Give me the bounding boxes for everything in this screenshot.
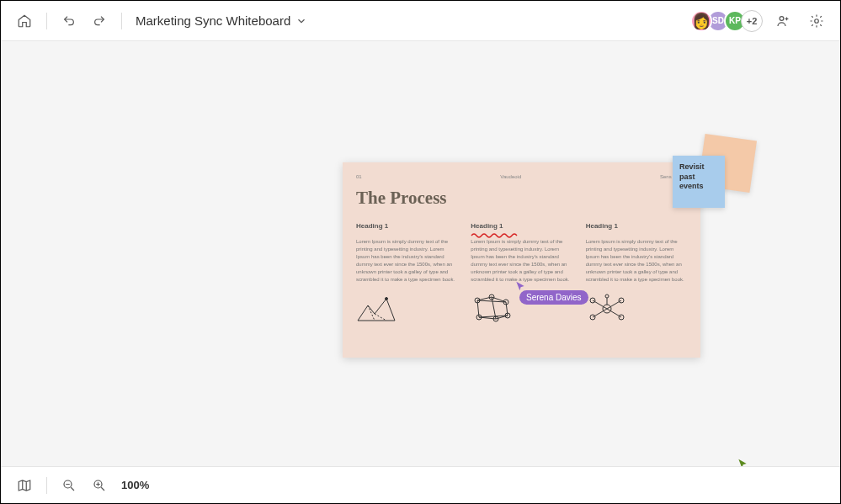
column-body: Lorem Ipsum is simply dummy text of the … — [356, 238, 457, 284]
settings-button[interactable] — [803, 8, 830, 34]
slide-header: 01 Vaudeoid Sens Andus — [356, 174, 687, 179]
chevron-down-icon — [295, 15, 307, 27]
minimap-button[interactable] — [11, 472, 38, 499]
column-heading: Heading 1 — [586, 222, 687, 230]
home-icon — [17, 13, 32, 29]
top-left-controls: Marketing Sync Whiteboard — [11, 8, 307, 34]
whiteboard-title-dropdown[interactable]: Marketing Sync Whiteboard — [130, 13, 307, 28]
slide-column-1: Heading 1 Lorem Ipsum is simply dummy te… — [356, 222, 457, 326]
slide-title: The Process — [356, 188, 687, 209]
gear-icon — [809, 13, 824, 29]
presence-avatars[interactable]: SD KP +2 — [695, 10, 763, 32]
column-body: Lorem Ipsum is simply dummy text of the … — [586, 238, 687, 284]
svg-point-11 — [590, 298, 595, 303]
canvas[interactable]: 01 Vaudeoid Sens Andus The Process Headi… — [1, 41, 840, 466]
slide-column-3: Heading 1 Lorem Ipsum is simply dummy te… — [586, 222, 687, 326]
column-diagram — [356, 292, 457, 326]
person-plus-icon — [775, 13, 790, 29]
svg-point-1 — [815, 19, 819, 23]
zoom-in-icon — [92, 478, 107, 493]
slide-column-2: Heading 1 Lorem Ipsum is simply dummy te… — [471, 222, 572, 326]
column-diagram — [586, 292, 687, 326]
share-button[interactable] — [769, 8, 796, 34]
svg-point-0 — [780, 16, 784, 20]
slide-page-num: 01 — [356, 174, 362, 179]
svg-point-3 — [386, 298, 388, 300]
divider — [46, 13, 47, 29]
slide-brand: Vaudeoid — [500, 174, 521, 179]
top-bar: Marketing Sync Whiteboard SD KP +2 — [1, 1, 840, 41]
undo-icon — [62, 14, 76, 28]
home-button[interactable] — [11, 8, 38, 34]
redo-icon — [93, 14, 106, 28]
column-body: Lorem Ipsum is simply dummy text of the … — [471, 238, 572, 284]
svg-point-13 — [590, 315, 595, 320]
divider — [121, 13, 122, 29]
svg-point-15 — [605, 294, 609, 298]
divider — [46, 477, 47, 494]
avatar-overflow[interactable]: +2 — [741, 10, 763, 32]
column-heading: Heading 1 — [356, 222, 457, 230]
zoom-level[interactable]: 100% — [121, 479, 149, 491]
zoom-out-icon — [61, 478, 77, 493]
zoom-out-button[interactable] — [56, 472, 83, 499]
remote-cursor-serena: Serena Davies — [519, 280, 588, 305]
avatar-user-1[interactable] — [690, 10, 712, 32]
sticky-note-blue[interactable]: Revisit past events — [673, 156, 725, 208]
undo-button[interactable] — [56, 8, 83, 34]
redo-button[interactable] — [86, 8, 113, 34]
zoom-in-button[interactable] — [86, 472, 113, 499]
cursor-label: Serena Davies — [519, 290, 588, 305]
slide-object[interactable]: 01 Vaudeoid Sens Andus The Process Headi… — [343, 162, 700, 358]
bottom-bar: 100% — [1, 466, 840, 503]
column-heading: Heading 1 — [471, 222, 572, 230]
top-right-controls: SD KP +2 — [695, 8, 830, 34]
map-icon — [17, 478, 32, 493]
page-title: Marketing Sync Whiteboard — [136, 13, 290, 28]
